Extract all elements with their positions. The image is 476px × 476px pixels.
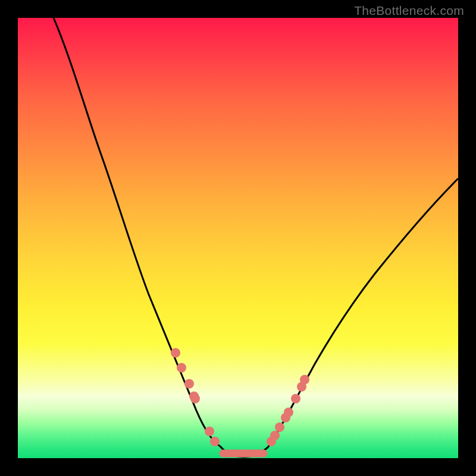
marker-dot: [171, 348, 180, 358]
marker-dot: [284, 408, 293, 417]
marker-dot: [205, 427, 214, 436]
outer-frame: TheBottleneck.com: [0, 0, 476, 476]
marker-dot: [177, 363, 186, 372]
curve-right-branch: [268, 178, 458, 447]
chart-svg: [18, 18, 458, 458]
marker-dot: [210, 437, 220, 446]
marker-dot: [275, 422, 284, 432]
marker-dot: [184, 379, 194, 389]
marker-dot: [291, 394, 300, 403]
marker-dot: [270, 431, 280, 440]
marker-dot: [300, 375, 309, 384]
marker-dot: [190, 394, 200, 403]
watermark-text: TheBottleneck.com: [354, 4, 464, 18]
plot-area: [18, 18, 458, 458]
curve-left-branch: [54, 18, 220, 446]
